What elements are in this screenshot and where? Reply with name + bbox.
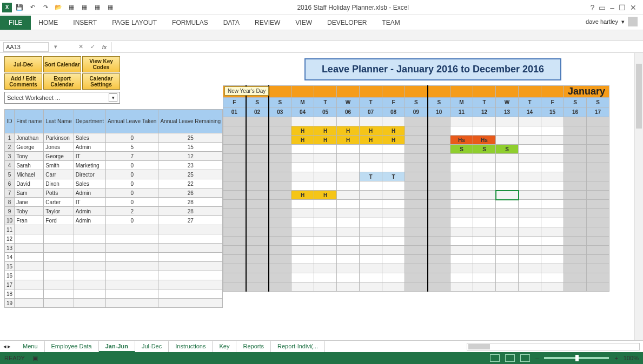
open-icon[interactable]: 📂 bbox=[53, 2, 64, 13]
table-row[interactable]: 12 bbox=[5, 234, 223, 244]
calendar-cell[interactable] bbox=[405, 191, 428, 200]
calendar-cell[interactable] bbox=[405, 264, 428, 273]
calendar-cell[interactable] bbox=[564, 264, 587, 273]
calendar-cell[interactable] bbox=[450, 154, 473, 163]
sheet-nav[interactable]: ◂▸ bbox=[3, 343, 11, 350]
calendar-cell[interactable] bbox=[405, 282, 428, 292]
calendar-cell[interactable] bbox=[587, 154, 609, 163]
calendar-cell[interactable] bbox=[450, 209, 473, 218]
calendar-cell[interactable] bbox=[428, 282, 450, 292]
calendar-cell[interactable] bbox=[291, 163, 314, 172]
calendar-cell[interactable] bbox=[473, 282, 496, 292]
calendar-cell[interactable] bbox=[223, 145, 246, 154]
calendar-grid[interactable]: JanuaryFSSMTWTFSSMTWTFSS0102030405060708… bbox=[223, 85, 609, 292]
table-row[interactable]: 5MichaelCarrDirector025 bbox=[5, 170, 223, 179]
calendar-cell[interactable] bbox=[269, 209, 291, 218]
calendar-cell[interactable] bbox=[291, 154, 314, 163]
calendar-cell[interactable] bbox=[564, 181, 587, 191]
calendar-cell[interactable] bbox=[519, 273, 541, 282]
calendar-cell[interactable] bbox=[291, 237, 314, 246]
calendar-cell[interactable] bbox=[360, 154, 382, 163]
calendar-cell[interactable] bbox=[223, 200, 246, 209]
table-row[interactable]: 13 bbox=[5, 244, 223, 253]
calendar-cell[interactable] bbox=[360, 191, 382, 200]
calendar-cell[interactable] bbox=[541, 237, 564, 246]
ribbon-toggle-icon[interactable]: ▭ bbox=[599, 3, 606, 12]
calendar-cell[interactable] bbox=[428, 264, 450, 273]
close-icon[interactable]: ✕ bbox=[630, 3, 637, 12]
calendar-cell[interactable] bbox=[519, 237, 541, 246]
sheet-tab[interactable]: Reports bbox=[236, 341, 271, 352]
enter-formula-icon[interactable]: ✓ bbox=[88, 43, 97, 50]
calendar-cell[interactable] bbox=[360, 181, 382, 191]
calendar-cell[interactable] bbox=[519, 136, 541, 145]
page-layout-view-icon[interactable] bbox=[505, 354, 515, 362]
calendar-cell[interactable] bbox=[496, 200, 519, 209]
calendar-cell[interactable] bbox=[246, 237, 269, 246]
undo-icon[interactable]: ↶ bbox=[27, 2, 38, 13]
calendar-cell[interactable] bbox=[450, 264, 473, 273]
calendar-cell[interactable] bbox=[223, 154, 246, 163]
calendar-cell[interactable] bbox=[246, 218, 269, 227]
qat-icon[interactable]: ▦ bbox=[92, 2, 103, 13]
calendar-cell[interactable] bbox=[246, 126, 269, 136]
calendar-cell[interactable] bbox=[587, 126, 609, 136]
juldec-button[interactable]: Jul-Dec bbox=[4, 56, 42, 72]
calendar-cell[interactable] bbox=[291, 255, 314, 264]
formula-input[interactable] bbox=[111, 42, 640, 52]
calendar-cell[interactable] bbox=[587, 237, 609, 246]
calendar-cell[interactable] bbox=[314, 181, 337, 191]
calendar-cell[interactable] bbox=[246, 154, 269, 163]
calendar-cell[interactable] bbox=[314, 227, 337, 237]
calendar-cell[interactable] bbox=[269, 264, 291, 273]
calendar-cell[interactable] bbox=[450, 227, 473, 237]
calendar-cell[interactable] bbox=[360, 237, 382, 246]
calendar-cell[interactable] bbox=[269, 191, 291, 200]
calendar-cell[interactable] bbox=[564, 163, 587, 172]
calendar-cell[interactable] bbox=[405, 117, 428, 126]
calendar-cell[interactable] bbox=[360, 145, 382, 154]
calendar-cell[interactable] bbox=[246, 136, 269, 145]
calendar-cell[interactable] bbox=[564, 218, 587, 227]
calendar-cell[interactable] bbox=[405, 181, 428, 191]
calendar-cell[interactable] bbox=[541, 200, 564, 209]
calendar-cell[interactable] bbox=[382, 191, 405, 200]
calendar-cell[interactable] bbox=[428, 136, 450, 145]
calendar-cell[interactable] bbox=[496, 136, 519, 145]
calendar-cell[interactable] bbox=[428, 172, 450, 181]
user-account[interactable]: dave hartley ▾ bbox=[580, 14, 643, 30]
calendar-cell[interactable]: H bbox=[314, 136, 337, 145]
calendar-cell[interactable] bbox=[450, 126, 473, 136]
calendar-cell[interactable] bbox=[314, 145, 337, 154]
calendar-cell[interactable] bbox=[428, 246, 450, 255]
calendar-cell[interactable] bbox=[291, 246, 314, 255]
calendar-cell[interactable] bbox=[541, 154, 564, 163]
calendar-cell[interactable] bbox=[337, 200, 360, 209]
calendar-cell[interactable] bbox=[269, 255, 291, 264]
calendar-cell[interactable] bbox=[428, 163, 450, 172]
calendar-cell[interactable] bbox=[223, 264, 246, 273]
calendar-cell[interactable] bbox=[360, 163, 382, 172]
calendar-cell[interactable] bbox=[223, 136, 246, 145]
calendar-cell[interactable] bbox=[496, 264, 519, 273]
calendar-cell[interactable] bbox=[473, 117, 496, 126]
calendar-cell[interactable] bbox=[428, 145, 450, 154]
calendar-cell[interactable] bbox=[428, 181, 450, 191]
calendar-cell[interactable] bbox=[564, 172, 587, 181]
calendar-cell[interactable] bbox=[450, 163, 473, 172]
calendar-cell[interactable] bbox=[496, 163, 519, 172]
calendar-cell[interactable] bbox=[269, 117, 291, 126]
calendar-cell[interactable] bbox=[314, 246, 337, 255]
calendar-cell[interactable] bbox=[246, 191, 269, 200]
view-key-codes-button[interactable]: View Key Codes bbox=[82, 56, 120, 72]
calendar-cell[interactable] bbox=[450, 237, 473, 246]
calendar-cell[interactable] bbox=[223, 246, 246, 255]
table-row[interactable]: 18 bbox=[5, 289, 223, 299]
table-row[interactable]: 3TonyGeorgeIT712 bbox=[5, 152, 223, 161]
calendar-cell[interactable] bbox=[314, 154, 337, 163]
calendar-cell[interactable] bbox=[291, 218, 314, 227]
col-leave-remaining[interactable]: Annual Leave Remaining bbox=[158, 110, 223, 133]
calendar-cell[interactable] bbox=[519, 200, 541, 209]
calendar-cell[interactable] bbox=[291, 145, 314, 154]
calendar-cell[interactable] bbox=[269, 273, 291, 282]
